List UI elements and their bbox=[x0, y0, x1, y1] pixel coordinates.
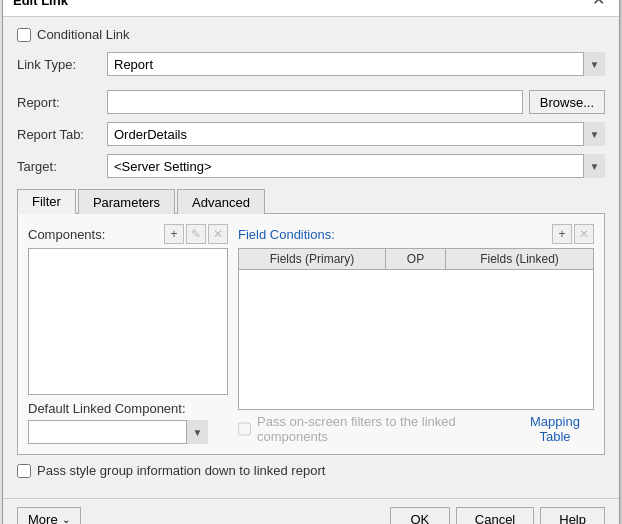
dialog-body: Conditional Link Link Type: Report URL E… bbox=[3, 17, 619, 498]
dialog-footer: More ⌄ OK Cancel Help bbox=[3, 498, 619, 524]
components-list[interactable] bbox=[28, 248, 228, 395]
pass-style-checkbox[interactable] bbox=[17, 464, 31, 478]
col-fields-linked: Fields (Linked) bbox=[446, 249, 593, 269]
default-component-select-wrapper: ▼ bbox=[28, 420, 208, 444]
link-type-label: Link Type: bbox=[17, 57, 107, 72]
conditions-panel-header: Field Conditions: + ✕ bbox=[238, 224, 594, 244]
field-conditions-label: Field Conditions: bbox=[238, 227, 335, 242]
target-row: Target: <Server Setting> _blank _self ▼ bbox=[17, 154, 605, 178]
add-condition-button[interactable]: + bbox=[552, 224, 572, 244]
components-label: Components: bbox=[28, 227, 105, 242]
tab-filter[interactable]: Filter bbox=[17, 189, 76, 214]
link-type-row: Link Type: Report URL Email ▼ bbox=[17, 52, 605, 76]
components-panel-header: Components: + ✎ ✕ bbox=[28, 224, 228, 244]
cancel-button[interactable]: Cancel bbox=[456, 507, 534, 524]
report-input[interactable]: OrderListbyDate_Parameter.ds bbox=[107, 90, 523, 114]
default-component-row: Default Linked Component: ▼ bbox=[28, 401, 228, 444]
close-button[interactable]: ✕ bbox=[588, 0, 609, 10]
link-type-select[interactable]: Report URL Email bbox=[107, 52, 605, 76]
report-tab-select-wrapper: OrderDetails ▼ bbox=[107, 122, 605, 146]
browse-button[interactable]: Browse... bbox=[529, 90, 605, 114]
tab-headers: Filter Parameters Advanced bbox=[17, 188, 605, 214]
tab-content-filter: Components: + ✎ ✕ Default Linked Compone… bbox=[17, 214, 605, 455]
report-label: Report: bbox=[17, 95, 107, 110]
add-component-button[interactable]: + bbox=[164, 224, 184, 244]
ok-button[interactable]: OK bbox=[390, 507, 450, 524]
conditional-link-row: Conditional Link bbox=[17, 27, 605, 42]
mapping-table-button[interactable]: Mapping Table bbox=[516, 414, 594, 444]
target-select[interactable]: <Server Setting> _blank _self bbox=[107, 154, 605, 178]
title-bar: Edit Link ✕ bbox=[3, 0, 619, 17]
pass-filters-checkbox bbox=[238, 422, 251, 436]
conditions-table-header: Fields (Primary) OP Fields (Linked) bbox=[238, 248, 594, 269]
default-component-select[interactable] bbox=[28, 420, 208, 444]
target-label: Target: bbox=[17, 159, 107, 174]
dialog-title: Edit Link bbox=[13, 0, 68, 8]
pass-style-row: Pass style group information down to lin… bbox=[17, 463, 605, 478]
link-type-select-wrapper: Report URL Email ▼ bbox=[107, 52, 605, 76]
more-chevron-icon: ⌄ bbox=[62, 514, 70, 524]
conditional-link-label: Conditional Link bbox=[37, 27, 130, 42]
more-button[interactable]: More ⌄ bbox=[17, 507, 81, 524]
tab-advanced[interactable]: Advanced bbox=[177, 189, 265, 214]
more-label: More bbox=[28, 512, 58, 524]
help-button[interactable]: Help bbox=[540, 507, 605, 524]
col-op: OP bbox=[386, 249, 446, 269]
target-select-wrapper: <Server Setting> _blank _self ▼ bbox=[107, 154, 605, 178]
conditions-toolbar: + ✕ bbox=[552, 224, 594, 244]
conditional-link-checkbox[interactable] bbox=[17, 28, 31, 42]
report-tab-row: Report Tab: OrderDetails ▼ bbox=[17, 122, 605, 146]
report-tab-label: Report Tab: bbox=[17, 127, 107, 142]
default-component-label: Default Linked Component: bbox=[28, 401, 228, 416]
report-tab-select[interactable]: OrderDetails bbox=[107, 122, 605, 146]
delete-component-button[interactable]: ✕ bbox=[208, 224, 228, 244]
conditions-list[interactable] bbox=[238, 269, 594, 410]
edit-link-dialog: Edit Link ✕ Conditional Link Link Type: … bbox=[2, 0, 620, 524]
conditions-panel: Field Conditions: + ✕ Fields (Primary) O… bbox=[238, 224, 594, 444]
pass-filters-row: Pass on-screen filters to the linked com… bbox=[238, 414, 594, 444]
filter-layout: Components: + ✎ ✕ Default Linked Compone… bbox=[28, 224, 594, 444]
report-row: Report: OrderListbyDate_Parameter.ds Bro… bbox=[17, 90, 605, 114]
col-fields-primary: Fields (Primary) bbox=[239, 249, 386, 269]
components-panel: Components: + ✎ ✕ Default Linked Compone… bbox=[28, 224, 228, 444]
pass-style-label: Pass style group information down to lin… bbox=[37, 463, 325, 478]
components-toolbar: + ✎ ✕ bbox=[164, 224, 228, 244]
pass-filters-label: Pass on-screen filters to the linked com… bbox=[257, 414, 510, 444]
edit-component-button[interactable]: ✎ bbox=[186, 224, 206, 244]
tab-parameters[interactable]: Parameters bbox=[78, 189, 175, 214]
delete-condition-button[interactable]: ✕ bbox=[574, 224, 594, 244]
tabs-container: Filter Parameters Advanced Components: +… bbox=[17, 188, 605, 455]
